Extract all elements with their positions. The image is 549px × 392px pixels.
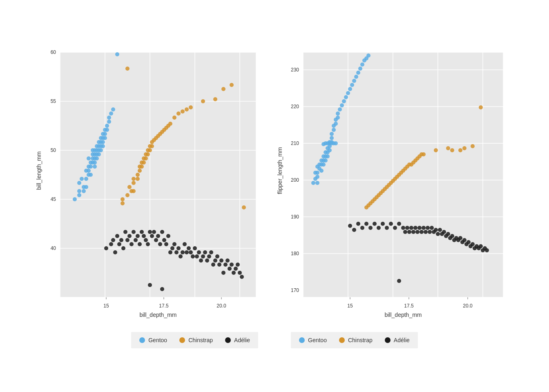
point-adelie	[199, 258, 203, 263]
point-gentoo	[93, 160, 97, 165]
point2-gentoo	[330, 136, 334, 140]
point-adelie	[191, 254, 195, 258]
point-chinstrap	[213, 97, 217, 101]
point-gentoo	[109, 111, 113, 116]
point-adelie	[213, 258, 217, 263]
point-adelie	[172, 242, 176, 246]
point-gentoo	[89, 173, 93, 177]
point-adelie	[179, 254, 183, 258]
point2-adelie	[442, 230, 446, 234]
point-gentoo	[95, 156, 99, 160]
point-adelie	[140, 230, 144, 234]
point2-gentoo	[326, 154, 330, 158]
point-chinstrap	[142, 160, 146, 165]
point-adelie	[174, 250, 179, 254]
point-chinstrap	[201, 99, 205, 103]
point2-gentoo	[315, 181, 319, 185]
x-tick-175: 17.5	[159, 303, 169, 309]
y2-tick-190: 190	[291, 214, 299, 220]
point-chinstrap	[121, 201, 125, 205]
point-adelie	[234, 267, 238, 271]
point-adelie	[240, 275, 244, 279]
point2-gentoo	[332, 128, 336, 132]
point2-gentoo	[330, 132, 334, 136]
point-gentoo	[89, 165, 93, 169]
point-chinstrap	[138, 169, 142, 173]
x2-tick-175: 17.5	[404, 303, 414, 309]
point2-chinstrap	[462, 146, 466, 150]
legend1-gentoo: Gentoo	[139, 337, 167, 343]
point-chinstrap	[230, 83, 234, 87]
point-adelie	[144, 238, 148, 242]
point-adelie	[183, 242, 187, 246]
point-adelie	[132, 230, 136, 234]
point-adelie	[150, 234, 154, 238]
point-chinstrap	[136, 173, 140, 177]
point2-adelie	[471, 242, 475, 246]
point2-adelie	[364, 222, 368, 226]
point-adelie	[176, 246, 181, 250]
point-adelie	[201, 254, 205, 258]
point2-gentoo	[356, 71, 360, 75]
point-gentoo	[115, 52, 119, 56]
y2-tick-170: 170	[291, 287, 299, 293]
point2-adelie	[407, 230, 411, 234]
point2-gentoo	[352, 79, 356, 83]
legend2-chinstrap: Chinstrap	[339, 337, 373, 343]
point2-gentoo	[340, 103, 344, 107]
point2-gentoo	[336, 116, 340, 120]
point-adelie	[127, 234, 132, 238]
point-adelie	[189, 250, 193, 254]
point-adelie	[152, 230, 156, 234]
point-adelie	[158, 242, 162, 246]
legend2-adelie-dot	[385, 337, 391, 343]
x2-tick-15: 15	[347, 303, 353, 309]
legend1-chinstrap: Chinstrap	[179, 337, 213, 343]
point-adelie	[221, 271, 225, 275]
point2-adelie	[479, 244, 483, 248]
point2-chinstrap	[458, 148, 462, 152]
point-gentoo	[105, 128, 109, 132]
y-axis-label: bill_length_mm	[36, 151, 42, 189]
point-chinstrap	[148, 148, 152, 152]
point-adelie	[123, 230, 127, 234]
point2-adelie	[411, 230, 415, 234]
point-adelie	[205, 258, 209, 263]
point-gentoo	[111, 107, 115, 111]
point-adelie	[225, 258, 230, 263]
x-tick-15: 15	[103, 303, 109, 309]
point-gentoo	[77, 181, 81, 185]
point2-adelie	[352, 228, 356, 232]
point-adelie	[162, 238, 166, 242]
point2-gentoo	[344, 95, 348, 99]
point-adelie	[148, 283, 152, 287]
point-adelie	[136, 234, 140, 238]
point-adelie	[168, 250, 172, 254]
point2-adelie	[360, 226, 364, 230]
point-adelie	[223, 263, 228, 267]
point2-adelie	[397, 279, 401, 283]
point-adelie	[219, 258, 223, 263]
point-adelie	[134, 238, 138, 242]
point-gentoo	[93, 165, 97, 169]
point2-gentoo	[315, 171, 319, 175]
point2-chinstrap	[450, 148, 454, 152]
point2-adelie	[389, 222, 393, 226]
charts-row: 60 55 50 45 40 15 17.5 20.0 bill_length_…	[36, 44, 513, 322]
point2-gentoo	[324, 158, 328, 163]
legend2-gentoo-label: Gentoo	[308, 337, 327, 343]
point-gentoo	[73, 197, 77, 201]
point2-chinstrap	[479, 105, 483, 109]
point2-adelie	[373, 222, 377, 226]
point-adelie	[232, 271, 236, 275]
chart1-svg: 60 55 50 45 40 15 17.5 20.0 bill_length_…	[36, 44, 264, 322]
point2-adelie	[424, 230, 428, 234]
point-chinstrap	[140, 165, 144, 169]
point-adelie	[104, 246, 108, 250]
point2-gentoo	[348, 87, 352, 91]
point-adelie	[146, 242, 150, 246]
point-adelie	[160, 287, 164, 291]
point-gentoo	[105, 124, 109, 128]
point2-adelie	[356, 222, 360, 226]
point-chinstrap	[132, 181, 136, 185]
